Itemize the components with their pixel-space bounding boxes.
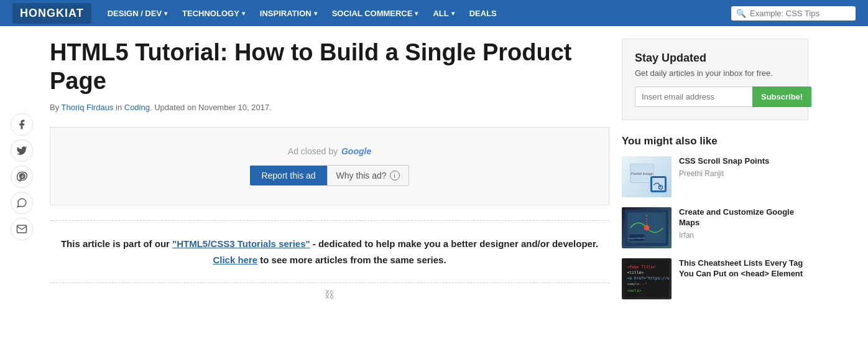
nav-links: DESIGN / DEV ▾TECHNOLOGY ▾INSPIRATION ▾S… (101, 6, 731, 21)
article-info: CSS Scroll Snap Points Preethi Ranjit (679, 156, 769, 178)
google-logo: Google (341, 146, 371, 156)
nav-link-deals[interactable]: DEALS (463, 6, 503, 21)
also-like-item[interactable]: Partial Image CSS Scroll Snap Points Pre… (622, 156, 808, 197)
nav-link-inspiration[interactable]: INSPIRATION ▾ (254, 6, 323, 21)
svg-text:<Page Title>: <Page Title> (627, 264, 656, 269)
email-input[interactable] (635, 87, 752, 107)
article-info: Create and Customize Google Maps Irfan (679, 207, 808, 240)
svg-point-2 (659, 185, 663, 189)
series-middle: - dedicated to help make you a better de… (313, 238, 598, 249)
subscribe-button[interactable]: Subscribe! (752, 87, 811, 107)
svg-text:Partial Image: Partial Image (631, 171, 653, 175)
pinterest-share-button[interactable] (11, 166, 33, 188)
search-box[interactable]: 🔍 (731, 6, 856, 21)
whatsapp-share-button[interactable] (11, 192, 33, 214)
svg-text:page title/title: page title/title (629, 236, 645, 240)
article-author: Preethi Ranjit (679, 169, 769, 178)
chevron-down-icon: ▾ (164, 10, 167, 17)
article-author: Irfan (679, 231, 808, 240)
chevron-down-icon: ▾ (314, 10, 317, 17)
nav-link-social-commerce[interactable]: SOCIAL COMMERCE ▾ (326, 6, 425, 21)
chevron-down-icon: ▾ (451, 10, 455, 17)
svg-text:xample...": xample..." (627, 282, 647, 286)
navbar: HONGKIAT DESIGN / DEV ▾TECHNOLOGY ▾INSPI… (0, 0, 868, 26)
also-like-items: Partial Image CSS Scroll Snap Points Pre… (622, 156, 808, 299)
series-suffix: to see more articles from the same serie… (260, 255, 446, 265)
why-label: Why this ad? (336, 171, 387, 180)
also-like-item[interactable]: <Page Title> <title> <a href="https://e … (622, 258, 808, 299)
why-this-ad-button[interactable]: Why this ad? i (327, 165, 409, 186)
right-sidebar: Stay Updated Get daily articles in your … (622, 39, 808, 301)
twitter-share-button[interactable] (11, 139, 33, 162)
facebook-share-button[interactable] (11, 113, 33, 136)
info-icon: i (390, 171, 400, 180)
google-maps-thumbnail: page title/title (622, 207, 672, 248)
meta-by: By (50, 103, 59, 112)
also-like-title: You might also like (622, 135, 808, 147)
newsletter-form: Subscribe! (635, 87, 795, 107)
logo-text: HONGKIAT (20, 7, 84, 19)
chain-icon: ⛓ (50, 289, 609, 301)
also-like-item[interactable]: page title/title Create and Customize Go… (622, 207, 808, 248)
cheatsheet-thumbnail: <Page Title> <title> <a href="https://e … (622, 258, 672, 299)
svg-text:<a href="https://e: <a href="https://e (627, 276, 670, 281)
ad-box: Ad closed by Google Report this ad Why t… (50, 127, 609, 205)
series-prefix: This article is part of our (61, 238, 170, 249)
logo[interactable]: HONGKIAT (12, 3, 91, 24)
chevron-down-icon: ▾ (242, 10, 245, 17)
series-text: This article is part of our "HTML5/CSS3 … (56, 236, 603, 268)
article-title: HTML5 Tutorial: How to Build a Single Pr… (50, 39, 609, 95)
search-input[interactable] (750, 9, 849, 18)
article-thumbnail: page title/title (622, 207, 672, 248)
meta-in: in (116, 103, 122, 112)
nav-link-technology[interactable]: TECHNOLOGY ▾ (176, 6, 251, 21)
article-meta: By Thoriq Firdaus in Coding. Updated on … (50, 103, 609, 112)
newsletter-subtitle: Get daily articles in your inbox for fre… (635, 68, 795, 78)
article-link-title[interactable]: CSS Scroll Snap Points (679, 156, 769, 167)
css-scroll-thumbnail: Partial Image (622, 156, 672, 197)
click-here-link[interactable]: Click here (213, 255, 257, 265)
article-link-title[interactable]: This Cheatsheet Lists Every Tag You Can … (679, 258, 808, 279)
article-thumbnail: Partial Image (622, 156, 672, 197)
ad-closed-text: Ad closed by Google (288, 146, 371, 156)
ad-closed-label: Ad closed by (288, 146, 338, 156)
svg-point-5 (644, 225, 650, 231)
ad-actions: Report this ad Why this ad? i (250, 165, 409, 186)
email-share-button[interactable] (11, 218, 33, 240)
series-link[interactable]: "HTML5/CSS3 Tutorials series" (172, 238, 310, 249)
report-ad-button[interactable]: Report this ad (250, 166, 326, 185)
nav-link-design---dev[interactable]: DESIGN / DEV ▾ (101, 6, 173, 21)
svg-text:<title>: <title> (627, 270, 644, 274)
author-link[interactable]: Thoriq Firdaus (62, 103, 114, 112)
nav-link-all[interactable]: ALL ▾ (427, 6, 460, 21)
newsletter-title: Stay Updated (635, 52, 795, 65)
page-wrapper: HTML5 Tutorial: How to Build a Single Pr… (0, 26, 868, 313)
newsletter-box: Stay Updated Get daily articles in your … (622, 39, 808, 120)
category-link[interactable]: Coding (124, 103, 150, 112)
social-sidebar (6, 39, 37, 301)
svg-text:<meta>: <meta> (627, 288, 642, 292)
also-like-section: You might also like Partial Image (622, 135, 808, 299)
article-link-title[interactable]: Create and Customize Google Maps (679, 207, 808, 228)
main-content: HTML5 Tutorial: How to Build a Single Pr… (50, 39, 609, 301)
series-box: This article is part of our "HTML5/CSS3 … (50, 220, 609, 283)
chevron-down-icon: ▾ (415, 10, 418, 17)
article-thumbnail: <Page Title> <title> <a href="https://e … (622, 258, 672, 299)
search-icon: 🔍 (736, 9, 746, 18)
meta-updated: Updated on November 10, 2017. (154, 103, 272, 112)
article-info: This Cheatsheet Lists Every Tag You Can … (679, 258, 808, 282)
